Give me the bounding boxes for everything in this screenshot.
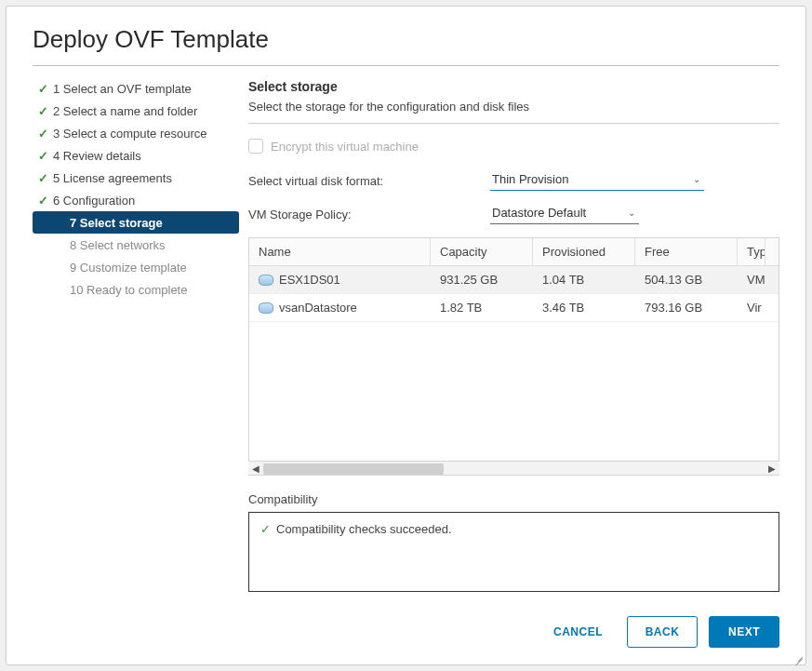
policy-select[interactable]: Datastore Default ⌄ — [490, 204, 639, 224]
deploy-ovf-dialog: Deploy OVF Template ✓1 Select an OVF tem… — [6, 6, 806, 665]
encrypt-checkbox — [248, 139, 263, 154]
resize-grip-icon[interactable] — [794, 653, 804, 663]
dialog-body: ✓1 Select an OVF template ✓2 Select a na… — [7, 72, 805, 599]
cell-type: VM — [738, 273, 765, 287]
step-label: 10 Ready to complete — [70, 283, 187, 297]
disk-format-row: Select virtual disk format: Thin Provisi… — [248, 170, 779, 191]
cell-type: Vir — [738, 301, 765, 315]
dialog-footer: CANCEL BACK NEXT — [7, 599, 805, 664]
step-label: 6 Configuration — [53, 194, 135, 208]
col-capacity[interactable]: Capacity — [431, 238, 533, 265]
col-provisioned[interactable]: Provisioned — [533, 238, 635, 265]
encrypt-label: Encrypt this virtual machine — [271, 140, 419, 154]
check-icon: ✓ — [38, 194, 53, 208]
cell-provisioned: 3.46 TB — [533, 301, 635, 315]
compatibility-box: ✓Compatibility checks succeeded. — [248, 512, 779, 592]
col-type[interactable]: Typ — [738, 238, 765, 265]
scroll-left-icon[interactable]: ◀ — [248, 463, 263, 474]
step-label: 7 Select storage — [70, 216, 163, 230]
check-icon: ✓ — [38, 104, 53, 118]
check-icon: ✓ — [38, 127, 53, 141]
step-license[interactable]: ✓5 License agreements — [33, 167, 239, 189]
step-label: 4 Review details — [53, 149, 141, 163]
disk-format-label: Select virtual disk format: — [248, 174, 490, 188]
table-empty-area — [249, 322, 779, 461]
scroll-right-icon[interactable]: ▶ — [765, 463, 779, 474]
step-compute-resource[interactable]: ✓3 Select a compute resource — [33, 122, 239, 144]
table-row[interactable]: vsanDatastore 1.82 TB 3.46 TB 793.16 GB … — [249, 294, 779, 322]
step-select-networks: ✓8 Select networks — [33, 234, 239, 256]
policy-label: VM Storage Policy: — [248, 208, 490, 221]
step-label: 9 Customize template — [70, 261, 187, 275]
datastore-table: Name Capacity Provisioned Free Typ ESX1D… — [248, 237, 779, 461]
chevron-down-icon: ⌄ — [628, 208, 635, 218]
step-configuration[interactable]: ✓6 Configuration — [33, 189, 239, 211]
compatibility-label: Compatibility — [248, 492, 779, 506]
cell-free: 504.13 GB — [635, 273, 738, 287]
title-divider — [33, 65, 779, 66]
wizard-sidebar: ✓1 Select an OVF template ✓2 Select a na… — [33, 72, 239, 599]
check-icon: ✓ — [38, 149, 53, 163]
datastore-icon — [259, 302, 273, 314]
disk-format-select[interactable]: Thin Provision ⌄ — [490, 170, 704, 191]
policy-row: VM Storage Policy: Datastore Default ⌄ — [248, 204, 779, 224]
heading-divider — [248, 123, 779, 124]
policy-value: Datastore Default — [492, 206, 586, 220]
page-heading: Select storage — [248, 79, 779, 94]
next-button[interactable]: NEXT — [709, 616, 779, 648]
scroll-track[interactable] — [263, 462, 765, 475]
cell-free: 793.16 GB — [635, 301, 738, 315]
col-free[interactable]: Free — [635, 238, 738, 265]
main-panel: Select storage Select the storage for th… — [239, 72, 779, 599]
col-name[interactable]: Name — [249, 238, 431, 265]
chevron-down-icon: ⌄ — [693, 174, 700, 184]
back-button[interactable]: BACK — [627, 616, 698, 648]
step-label: 3 Select a compute resource — [53, 127, 206, 141]
check-icon: ✓ — [38, 171, 53, 185]
table-row[interactable]: ESX1DS01 931.25 GB 1.04 TB 504.13 GB VM — [249, 266, 779, 294]
step-select-storage[interactable]: ✓7 Select storage — [33, 211, 239, 234]
cell-name: ESX1DS01 — [279, 273, 340, 287]
table-header: Name Capacity Provisioned Free Typ — [249, 238, 779, 266]
cell-capacity: 931.25 GB — [431, 273, 533, 287]
check-icon: ✓ — [260, 522, 271, 536]
step-ready-complete: ✓10 Ready to complete — [33, 278, 239, 301]
step-label: 8 Select networks — [70, 238, 166, 252]
cell-capacity: 1.82 TB — [431, 301, 533, 315]
scroll-thumb[interactable] — [263, 463, 444, 475]
cancel-button[interactable]: CANCEL — [540, 616, 616, 648]
dialog-title: Deploy OVF Template — [7, 7, 805, 65]
cell-name: vsanDatastore — [279, 301, 357, 315]
encrypt-row: Encrypt this virtual machine — [248, 139, 779, 154]
cell-provisioned: 1.04 TB — [533, 273, 635, 287]
step-label: 5 License agreements — [53, 171, 172, 185]
step-label: 1 Select an OVF template — [53, 82, 192, 96]
step-customize-template: ✓9 Customize template — [33, 256, 239, 278]
step-review-details[interactable]: ✓4 Review details — [33, 144, 239, 167]
horizontal-scrollbar[interactable]: ◀ ▶ — [248, 461, 779, 476]
datastore-icon — [259, 275, 273, 286]
step-label: 2 Select a name and folder — [53, 104, 197, 118]
disk-format-value: Thin Provision — [492, 172, 568, 186]
check-icon: ✓ — [38, 82, 53, 96]
compatibility-message: Compatibility checks succeeded. — [276, 522, 452, 536]
step-select-name[interactable]: ✓2 Select a name and folder — [33, 100, 239, 122]
page-subheading: Select the storage for the configuration… — [248, 100, 779, 114]
step-select-ovf[interactable]: ✓1 Select an OVF template — [33, 77, 239, 100]
